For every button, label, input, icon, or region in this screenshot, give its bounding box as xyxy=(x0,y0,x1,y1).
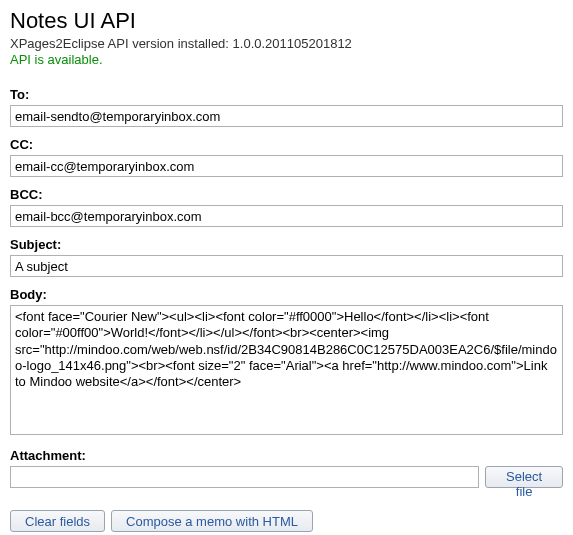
compose-memo-button[interactable]: Compose a memo with HTML xyxy=(111,510,313,532)
bcc-input[interactable] xyxy=(10,205,563,227)
subject-input[interactable] xyxy=(10,255,563,277)
bcc-label: BCC: xyxy=(10,187,563,202)
clear-fields-button[interactable]: Clear fields xyxy=(10,510,105,532)
attachment-input[interactable] xyxy=(10,466,479,488)
cc-input[interactable] xyxy=(10,155,563,177)
body-input[interactable] xyxy=(10,305,563,435)
body-label: Body: xyxy=(10,287,563,302)
subject-label: Subject: xyxy=(10,237,563,252)
page-title: Notes UI API xyxy=(10,8,563,34)
to-input[interactable] xyxy=(10,105,563,127)
cc-label: CC: xyxy=(10,137,563,152)
version-line: XPages2Eclipse API version installed: 1.… xyxy=(10,36,563,51)
to-label: To: xyxy=(10,87,563,102)
api-status: API is available. xyxy=(10,52,563,67)
select-file-button[interactable]: Select file xyxy=(485,466,563,488)
attachment-label: Attachment: xyxy=(10,448,563,463)
